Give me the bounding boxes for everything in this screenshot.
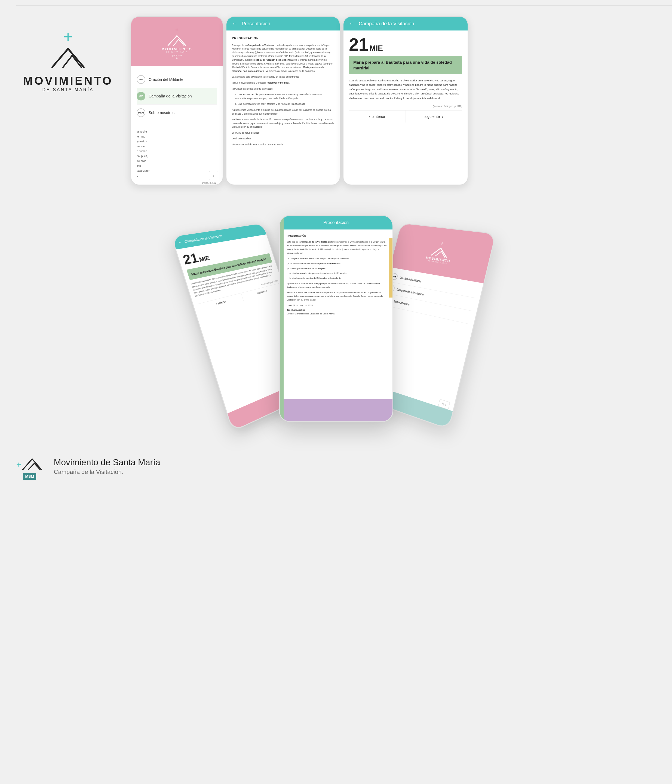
phone-center-list-b: (b) Claves para cada una de las etapas: — [287, 267, 387, 271]
phone-center: Presentación PRESENTACIÓN Esta app de la… — [279, 215, 393, 422]
phone-center-para-1: Esta app de la Campaña de la Visitación … — [287, 240, 387, 255]
phone-center-header-text: Presentación — [324, 220, 348, 225]
phone-center-bottom-bar — [280, 399, 392, 421]
bottom-app-subtitle: Campaña de la Visitación. — [54, 468, 160, 476]
phone-center-section-title: PRESENTACIÓN — [287, 234, 387, 238]
phone-left-next-btn[interactable]: siguiente › — [241, 284, 282, 301]
phone-left-back-icon: ← — [177, 240, 183, 245]
phone-left-day-label: MIE — [198, 255, 210, 263]
screen3-header: ← Campaña de la Visitación — [344, 17, 468, 31]
bottom-logo-area: + MSM — [16, 457, 43, 480]
phone-left-prev-btn[interactable]: ‹ anterior — [198, 293, 244, 313]
nav-prev-button[interactable]: ‹ anterior — [349, 110, 406, 123]
menu-badge-msm: MSM — [137, 108, 145, 117]
screen3-body: 21 MIE María prepara al Bautista para un… — [344, 31, 468, 128]
menu-label-msm: Sobre nosotros — [149, 110, 174, 115]
phone-right-cross-icon: + — [440, 240, 444, 246]
logo-panel: + MOVIMIENTO DE SANTA MARÍA — [16, 16, 120, 103]
screen1-menu: + MOVIMIENTO DE SANTA MARÍA para una ial… — [131, 16, 223, 185]
phone-center-sub-b: b. Una biografía sinética del P. Morales… — [287, 276, 387, 280]
presentacion-section-title: PRESENTACIÓN — [232, 36, 334, 41]
screen3-header-title: Campaña de la Visitación — [359, 21, 414, 27]
phone-center-role: Director General de los Cruzados de Sant… — [287, 312, 387, 316]
phone-center-header: Presentación — [280, 216, 392, 229]
top-section: + MOVIMIENTO DE SANTA MARÍA + MOVIMIENTO — [0, 0, 672, 196]
nav-next-button[interactable]: siguiente › — [406, 110, 462, 123]
day-number: 21 — [349, 36, 368, 53]
phone-left-header-title: Campaña de la Visitación — [184, 234, 222, 244]
screens-container: + MOVIMIENTO DE SANTA MARÍA para una ial… — [131, 16, 656, 185]
day-title-text: María prepara al Bautista para una vida … — [353, 60, 452, 70]
presentacion-author: José Luis Acebes — [232, 137, 334, 141]
phone-right-label-msm: Sobre nosotros — [393, 300, 410, 306]
logo-mountain-icon — [46, 43, 90, 72]
menu-item-cv[interactable]: CV Campaña de la Visitación — [137, 88, 217, 104]
bottom-app-name: Movimiento de Santa María — [54, 457, 160, 467]
separator-line — [16, 5, 672, 6]
logo-title: MOVIMIENTO — [23, 74, 113, 87]
back-arrow-icon[interactable]: ← — [232, 21, 237, 27]
logo-subtitle: DE SANTA MARÍA — [42, 87, 93, 92]
screen1-logo-title: MOVIMIENTO — [162, 47, 193, 51]
nav-prev-label: anterior — [372, 114, 385, 119]
presentacion-para-3: Agradecemos vívanamente al equipo que ha… — [232, 108, 334, 116]
phone-center-para-3: Agradecemos vívanamente al equipo que ha… — [287, 282, 387, 289]
phone-right-label-om: Oración del Militante — [399, 276, 422, 283]
menu-label-om: Oración del Militante — [149, 77, 184, 82]
screen3-campana: ← Campaña de la Visitación 21 MIE María … — [343, 16, 468, 185]
screen2-body: PRESENTACIÓN Esta app de la Campaña de l… — [226, 31, 340, 154]
day-title-box: María prepara al Bautista para una vida … — [349, 56, 462, 74]
source-text: (Itinerario Litúrgico, p. 592) — [349, 105, 462, 107]
screen2-header: ← Presentación — [226, 17, 340, 31]
menu-label-cv: Campaña de la Visitación — [149, 94, 192, 98]
phone-center-sub-a: a. Una lectura del día: pensamientos bre… — [287, 271, 387, 275]
presentacion-date: León, 31 de mayo de 2019 — [232, 131, 334, 135]
day-body-text: Cuando estaba Pablo en Corinto una noche… — [349, 78, 462, 100]
screen1-next-arrow[interactable]: › — [209, 171, 218, 180]
day-number-row: 21 MIE — [349, 36, 462, 53]
presentacion-sub-b: b. Una biografía sinética del P. Morales… — [232, 103, 334, 106]
presentacion-para-2: La Campaña está dividida en seis etapas.… — [232, 75, 334, 79]
phone-center-green-stripe — [280, 216, 284, 421]
nav-prev-arrow-icon: ‹ — [369, 114, 370, 119]
menu-items-list: OM Oración del Militante CV Campaña de l… — [131, 66, 222, 127]
menu-item-msm[interactable]: MSM Sobre nosotros — [137, 104, 217, 121]
presentacion-sub-a: a. Una lectura del día: pensamientos bre… — [232, 93, 334, 100]
bottom-section: + MSM Movimiento de Santa María Campaña … — [0, 441, 672, 496]
presentacion-role: Director General de los Cruzados de Sant… — [232, 143, 334, 147]
nav-next-arrow-icon: › — [442, 114, 443, 119]
phone-center-date: León, 31 de mayo de 2019 — [287, 303, 387, 307]
phone-center-content: PRESENTACIÓN Esta app de la Campaña de l… — [280, 229, 392, 320]
screen2-presentacion: ← Presentación PRESENTACIÓN Esta app de … — [226, 16, 340, 185]
menu-badge-cv: CV — [137, 92, 145, 100]
presentacion-para-1: Esta app de la Campaña de la Visitación … — [232, 44, 334, 73]
phone-center-list-a: (a) La motivación de la Campaña (objetiv… — [287, 262, 387, 266]
screen1-cross-icon: + — [175, 26, 179, 33]
nav-buttons: ‹ anterior siguiente › — [349, 110, 462, 123]
phone-center-author: José Luis Acebes — [287, 308, 387, 312]
bottom-text-area: Movimiento de Santa María Campaña de la … — [54, 457, 160, 476]
presentacion-para-4: Pedimos a Santa María de la Visitación q… — [232, 118, 334, 129]
phone-center-para-4: Pedimos a Santa María de la Visitación q… — [287, 291, 387, 302]
presentacion-list-b: (b) Claves para cada una de las etapas: — [232, 87, 334, 91]
menu-badge-om: OM — [137, 75, 145, 84]
phone-center-para-2: La Campaña está dividida en seis etapas.… — [287, 257, 387, 261]
phone-center-yellow-stripe — [389, 238, 392, 297]
screen3-back-arrow[interactable]: ← — [349, 21, 354, 27]
bottom-logo-icon: + MSM — [16, 457, 43, 480]
bottom-cross-icon: + — [16, 460, 21, 469]
bottom-mountain-icon — [21, 457, 43, 472]
bottom-msm-badge: MSM — [23, 473, 36, 480]
nav-next-label: siguiente — [425, 114, 440, 119]
screen1-tagline2: ial — [176, 57, 178, 59]
phone-left-content: 21 MIE María prepara al Bautista para un… — [176, 234, 286, 318]
screen1-header: + MOVIMIENTO DE SANTA MARÍA para una ial — [131, 17, 222, 66]
phone-left-day-number: 21 — [181, 250, 200, 268]
phones-3d-wrapper: ← Campaña de la Visitación 21 MIE María … — [16, 215, 656, 422]
screen1-logo-subtitle: DE SANTA MARÍA — [166, 51, 188, 53]
menu-item-om[interactable]: OM Oración del Militante — [137, 71, 217, 88]
source-text-partial: úrgico, p. 592) — [137, 181, 217, 185]
middle-section: ← Campaña de la Visitación 21 MIE María … — [0, 196, 672, 441]
day-label: MIE — [369, 44, 383, 53]
screen2-header-title: Presentación — [242, 21, 270, 27]
